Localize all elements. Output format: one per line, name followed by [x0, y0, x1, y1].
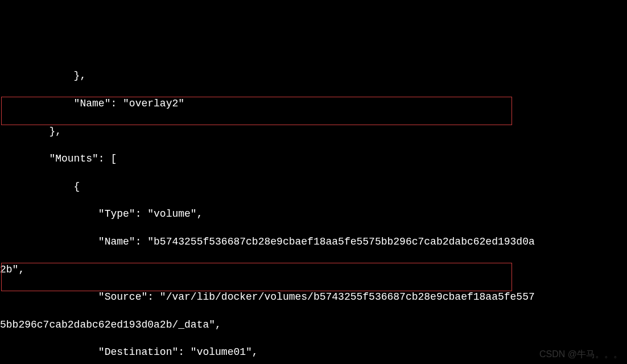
terminal-output: }, "Name": "overlay2" }, "Mounts": [ { "… — [0, 55, 627, 364]
code-line: "Name": "b5743255f536687cb28e9cbaef18aa5… — [0, 235, 627, 249]
code-line: }, — [0, 69, 627, 82]
code-line: 5bb296c7cab2dabc62ed193d0a2b/_data", — [0, 318, 627, 332]
code-line: "Mounts": [ — [0, 152, 627, 166]
code-line: "Destination": "volume01", — [0, 345, 627, 359]
code-line: 2b", — [0, 263, 627, 276]
code-line: "Name": "overlay2" — [0, 97, 627, 110]
code-line: }, — [0, 125, 627, 138]
code-line: "Type": "volume", — [0, 207, 627, 221]
code-line: { — [0, 180, 627, 193]
watermark-text: CSDN @牛马。。。 — [539, 348, 622, 361]
code-line: "Source": "/var/lib/docker/volumes/b5743… — [0, 290, 627, 304]
